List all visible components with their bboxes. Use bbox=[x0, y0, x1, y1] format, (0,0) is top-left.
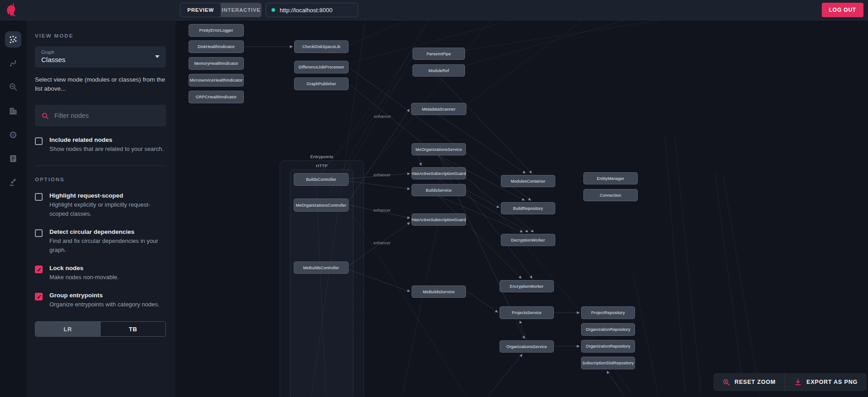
graph-node[interactable]: MeBuildsController bbox=[294, 261, 349, 274]
edge-label: enhancer bbox=[373, 241, 391, 245]
building-icon bbox=[9, 107, 18, 116]
export-png-label: EXPORT AS PNG bbox=[806, 379, 858, 385]
sidebar-item-docs[interactable] bbox=[5, 150, 21, 167]
gavel-icon bbox=[9, 178, 18, 187]
option-title: Detect circular dependencies bbox=[49, 228, 166, 235]
option-desc: Find and fix circular dependencies in yo… bbox=[49, 237, 166, 255]
option-desc: Highlight explicitly or implicitly reque… bbox=[49, 200, 166, 218]
route-icon bbox=[9, 59, 18, 68]
group-entrypoints-checkbox[interactable] bbox=[35, 293, 43, 300]
reset-zoom-label: RESET ZOOM bbox=[735, 379, 776, 385]
top-bar: PREVIEW INTERACTIVE http://localhost:800… bbox=[0, 0, 868, 20]
graph-node[interactable]: ProjectsService bbox=[499, 306, 554, 319]
graph-node[interactable]: MeBuildsService bbox=[412, 286, 466, 298]
zoom-in-icon bbox=[723, 378, 730, 386]
tab-interactive[interactable]: INTERACTIVE bbox=[221, 3, 261, 17]
nestjs-logo-icon bbox=[5, 2, 20, 19]
option-row-detect-circular: Detect circular dependencies Find and fi… bbox=[35, 228, 166, 255]
graph-node[interactable]: ModuleRef bbox=[412, 64, 465, 77]
option-desc: Show nodes that are related to your sear… bbox=[49, 145, 164, 154]
log-out-button[interactable]: LOG OUT bbox=[822, 3, 863, 17]
sidebar-item-graph[interactable] bbox=[5, 31, 21, 48]
filter-nodes-box bbox=[35, 105, 166, 126]
graph-node[interactable]: BuildsController bbox=[294, 173, 349, 186]
graph-mode-select[interactable]: Graph Classes bbox=[35, 46, 166, 68]
sidebar-item-inspect[interactable] bbox=[5, 79, 21, 95]
canvas-actions: RESET ZOOM EXPORT AS PNG bbox=[713, 373, 867, 391]
graph-node[interactable]: HasActiveSubscriptionGuard bbox=[412, 167, 466, 179]
reset-zoom-button[interactable]: RESET ZOOM bbox=[713, 373, 785, 391]
dropdown-label: Graph bbox=[41, 49, 160, 55]
dropdown-value: Classes bbox=[41, 56, 160, 63]
graph-node[interactable]: ModulesContainer bbox=[501, 175, 555, 187]
document-icon bbox=[9, 154, 18, 163]
graph-node[interactable]: EncryptionWorker bbox=[499, 280, 554, 292]
url-field[interactable]: http://localhost:8000 bbox=[266, 3, 358, 17]
sidebar-item-audit[interactable] bbox=[5, 174, 21, 190]
filter-nodes-input[interactable] bbox=[54, 112, 160, 119]
graph-node[interactable]: OrganizationsService bbox=[499, 340, 554, 353]
direction-toggle: LR TB bbox=[35, 321, 166, 337]
graph-node[interactable]: HasActiveSubscriptionGuard bbox=[412, 213, 466, 226]
option-desc: Make nodes non-movable. bbox=[49, 273, 119, 282]
sidebar-item-routes[interactable] bbox=[5, 55, 21, 72]
graph-node[interactable]: BuildRepository bbox=[501, 202, 555, 214]
status-dot-icon bbox=[272, 8, 275, 12]
sidebar-panel: VIEW MODE Graph Classes Select view mode… bbox=[26, 20, 175, 397]
graph-node[interactable]: ParseIntPipe bbox=[412, 48, 465, 60]
graph-node[interactable]: MetadataScanner bbox=[411, 103, 466, 115]
graph-node[interactable]: EntityManager bbox=[583, 172, 638, 184]
graph-node[interactable]: OrganizationRepository bbox=[581, 340, 635, 353]
graph-node[interactable]: BuildsService bbox=[412, 184, 466, 196]
option-title: Highlight request-scoped bbox=[49, 192, 166, 199]
graph-node[interactable]: DifferenceJobProcessor bbox=[294, 61, 349, 73]
tab-preview[interactable]: PREVIEW bbox=[180, 3, 221, 17]
graph-node[interactable]: MemoryHealthIndicator bbox=[189, 57, 244, 70]
search-icon bbox=[41, 112, 49, 120]
sidebar-item-settings[interactable]: ⚙ bbox=[5, 126, 21, 143]
gear-icon: ⚙ bbox=[9, 130, 18, 140]
edge-label: enhancer bbox=[373, 173, 391, 177]
url-text: http://localhost:8000 bbox=[280, 7, 332, 14]
graph-node[interactable]: SubscriptionSlotRepository bbox=[581, 357, 635, 369]
graph-node[interactable]: DiskHealthIndicator bbox=[189, 40, 244, 53]
graph-node[interactable]: CheckDiskSpaceLib bbox=[294, 40, 349, 53]
option-title: Group entrypoints bbox=[49, 292, 160, 299]
include-related-row: Include related nodes Show nodes that ar… bbox=[35, 136, 166, 154]
option-title: Lock nodes bbox=[49, 265, 119, 271]
chevron-down-icon bbox=[155, 55, 160, 58]
detect-circular-checkbox[interactable] bbox=[35, 229, 43, 237]
edge-label: enhancer bbox=[373, 208, 391, 213]
sidebar-item-organization[interactable] bbox=[5, 103, 21, 119]
edge-label: enhancer bbox=[374, 114, 391, 119]
view-mode-title: VIEW MODE bbox=[35, 33, 166, 39]
graph-node[interactable]: MeOrganizationsController bbox=[294, 198, 349, 212]
graph-node[interactable]: MicroserviceHealthIndicator bbox=[189, 74, 244, 87]
graph-node[interactable]: OrganizationRepository bbox=[581, 323, 635, 336]
highlight-request-scoped-checkbox[interactable] bbox=[35, 193, 43, 201]
graph-node[interactable]: GRPCHealthIndicator bbox=[189, 91, 244, 103]
graph-node[interactable]: GraphPublisher bbox=[294, 77, 349, 90]
export-png-button[interactable]: EXPORT AS PNG bbox=[785, 373, 867, 391]
graph-node[interactable]: DecryptionWorker bbox=[501, 234, 555, 246]
sidebar-divider bbox=[35, 165, 166, 166]
include-related-checkbox[interactable] bbox=[35, 137, 43, 145]
option-row-highlight-request-scoped: Highlight request-scoped Highlight expli… bbox=[35, 192, 166, 218]
graph-node[interactable]: MeOrganizationsService bbox=[412, 143, 466, 155]
graph-nodes-icon bbox=[9, 35, 18, 44]
graph-node[interactable]: PrettyErrorLogger bbox=[189, 24, 244, 37]
graph-node[interactable]: Connection bbox=[583, 189, 638, 201]
view-tabs: PREVIEW INTERACTIVE bbox=[180, 3, 262, 17]
graph-node[interactable]: ProjectRepository bbox=[581, 306, 635, 319]
option-row-lock-nodes: Lock nodes Make nodes non-movable. bbox=[35, 265, 166, 282]
option-row-group-entrypoints: Group entrypoints Organize entrypoints w… bbox=[35, 292, 166, 309]
options-title: OPTIONS bbox=[35, 177, 166, 182]
graph-canvas[interactable]: EntrypointsHTTPenhancerenhancerenhancere… bbox=[175, 20, 868, 397]
direction-toggle-lr[interactable]: LR bbox=[35, 322, 100, 336]
icon-rail: ⚙ bbox=[0, 20, 26, 397]
option-title: Include related nodes bbox=[49, 136, 164, 143]
option-desc: Organize entrypoints with category nodes… bbox=[49, 300, 160, 309]
view-mode-helper-text: Select view mode (modules or classes) fr… bbox=[35, 75, 166, 93]
direction-toggle-tb[interactable]: TB bbox=[100, 322, 165, 336]
lock-nodes-checkbox[interactable] bbox=[35, 266, 43, 273]
